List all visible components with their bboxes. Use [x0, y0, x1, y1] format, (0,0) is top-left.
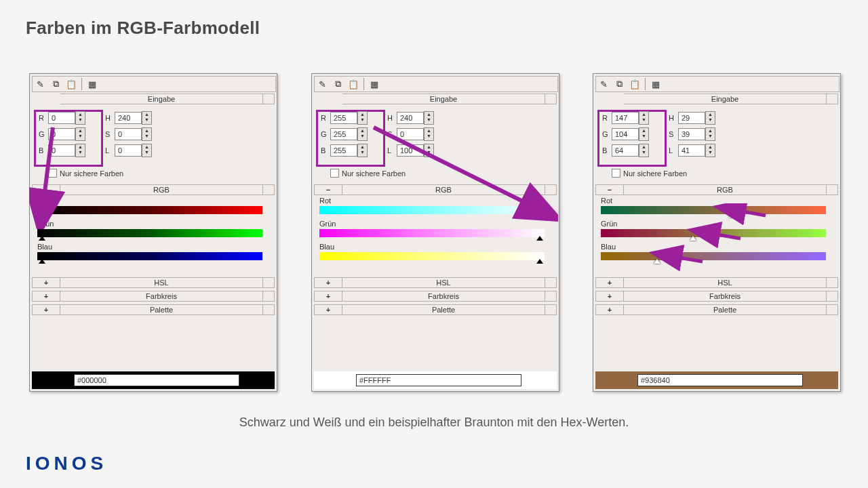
section-header-palette[interactable]: +Palette — [32, 304, 275, 315]
spinner-L[interactable]: ▲▼ — [424, 144, 434, 157]
swatch-grid-icon[interactable]: ▦ — [367, 77, 382, 91]
slider-red[interactable] — [601, 206, 826, 214]
spinner-B[interactable]: ▲▼ — [639, 144, 649, 157]
section-header-eingabe[interactable]: Eingabe — [32, 94, 275, 104]
color-picker-black: ✎ ⧉ 📋 ▦ Eingabe R 0 ▲▼ G 0 ▲▼ B 0 ▲▼ H 2… — [29, 73, 277, 392]
section-header-rgb[interactable]: −RGB — [595, 184, 838, 195]
page-title: Farben im RGB-Farbmodell — [26, 18, 260, 39]
slider-red[interactable] — [37, 206, 262, 214]
spinner-L[interactable]: ▲▼ — [142, 144, 152, 157]
ionos-logo: IONOS — [26, 453, 107, 474]
value-H[interactable]: 240 — [397, 112, 424, 124]
hex-field[interactable]: #FFFFFF — [356, 374, 521, 386]
section-header-eingabe[interactable]: Eingabe — [314, 94, 557, 104]
spinner-S[interactable]: ▲▼ — [142, 127, 152, 141]
section-header-farbkreis[interactable]: +Farbkreis — [32, 291, 275, 302]
color-swatch: #936840 — [595, 371, 838, 389]
value-G[interactable]: 0 — [48, 128, 75, 140]
value-L[interactable]: 41 — [678, 144, 705, 157]
swatch-grid-icon[interactable]: ▦ — [85, 77, 100, 91]
spinner-H[interactable]: ▲▼ — [424, 111, 434, 125]
value-H[interactable]: 240 — [115, 112, 142, 124]
value-R[interactable]: 147 — [612, 112, 639, 124]
value-L[interactable]: 100 — [397, 144, 424, 157]
toolbar: ✎ ⧉ 📋 ▦ — [32, 76, 276, 92]
spinner-G[interactable]: ▲▼ — [75, 127, 85, 141]
spinner-L[interactable]: ▲▼ — [705, 144, 715, 157]
value-S[interactable]: 0 — [397, 128, 424, 140]
slider-blue[interactable] — [319, 252, 545, 260]
slider-marker[interactable] — [536, 213, 543, 218]
slider-green[interactable] — [601, 229, 826, 237]
color-swatch: #000000 — [32, 371, 275, 389]
swatch-grid-icon[interactable]: ▦ — [648, 77, 663, 91]
slider-marker[interactable] — [39, 213, 45, 218]
slider-marker[interactable] — [690, 236, 696, 241]
copy-icon[interactable]: ⧉ — [330, 77, 345, 91]
slider-blue[interactable] — [601, 252, 826, 260]
slider-marker[interactable] — [536, 259, 543, 264]
paste-icon[interactable]: 📋 — [64, 77, 79, 91]
color-picker-brown: ✎ ⧉ 📋 ▦ Eingabe R 147 ▲▼ G 104 ▲▼ B 64 ▲… — [593, 73, 841, 392]
spinner-S[interactable]: ▲▼ — [424, 127, 434, 141]
color-picker-white: ✎ ⧉ 📋 ▦ Eingabe R 255 ▲▼ G 255 ▲▼ B 255 … — [311, 73, 559, 392]
paste-icon[interactable]: 📋 — [627, 77, 642, 91]
slider-marker[interactable] — [728, 213, 735, 218]
section-header-farbkreis[interactable]: +Farbkreis — [595, 291, 838, 302]
eyedropper-icon[interactable]: ✎ — [315, 77, 330, 91]
spinner-H[interactable]: ▲▼ — [705, 111, 715, 125]
slider-red[interactable] — [319, 206, 545, 214]
value-R[interactable]: 0 — [48, 112, 75, 124]
section-header-farbkreis[interactable]: +Farbkreis — [314, 291, 557, 302]
caption-text: Schwarz und Weiß und ein beispielhafter … — [0, 415, 868, 430]
section-header-hsl[interactable]: +HSL — [32, 277, 275, 288]
copy-icon[interactable]: ⧉ — [48, 77, 63, 91]
slider-blue[interactable] — [37, 252, 262, 260]
value-B[interactable]: 255 — [330, 144, 357, 157]
section-header-eingabe[interactable]: Eingabe — [595, 94, 838, 104]
value-G[interactable]: 255 — [330, 128, 357, 140]
slider-marker[interactable] — [39, 236, 45, 241]
toolbar: ✎ ⧉ 📋 ▦ — [595, 76, 840, 92]
spinner-G[interactable]: ▲▼ — [639, 127, 649, 141]
value-G[interactable]: 104 — [612, 128, 639, 140]
value-H[interactable]: 29 — [678, 112, 705, 124]
value-S[interactable]: 0 — [115, 128, 142, 140]
value-R[interactable]: 255 — [330, 112, 357, 124]
color-swatch: #FFFFFF — [314, 371, 557, 389]
paste-icon[interactable]: 📋 — [346, 77, 361, 91]
value-B[interactable]: 64 — [612, 144, 639, 157]
slider-marker[interactable] — [654, 259, 660, 264]
section-header-palette[interactable]: +Palette — [314, 304, 557, 315]
hex-field[interactable]: #000000 — [74, 374, 239, 386]
value-L[interactable]: 0 — [115, 144, 142, 157]
copy-icon[interactable]: ⧉ — [612, 77, 627, 91]
spinner-R[interactable]: ▲▼ — [639, 111, 649, 125]
hex-field[interactable]: #936840 — [637, 374, 803, 386]
section-header-hsl[interactable]: +HSL — [314, 277, 557, 288]
spinner-R[interactable]: ▲▼ — [357, 111, 368, 125]
slider-marker[interactable] — [536, 236, 543, 241]
slider-marker[interactable] — [39, 259, 45, 264]
spinner-G[interactable]: ▲▼ — [357, 127, 368, 141]
safe-colors-checkbox[interactable]: Nur sichere Farben — [612, 169, 687, 178]
safe-colors-checkbox[interactable]: Nur sichere Farben — [330, 169, 406, 178]
spinner-S[interactable]: ▲▼ — [705, 127, 715, 141]
section-header-hsl[interactable]: +HSL — [595, 277, 838, 288]
spinner-B[interactable]: ▲▼ — [75, 144, 85, 157]
eyedropper-icon[interactable]: ✎ — [596, 77, 611, 91]
value-S[interactable]: 39 — [678, 128, 705, 140]
section-header-rgb[interactable]: −RGB — [32, 184, 275, 195]
slider-green[interactable] — [37, 229, 262, 237]
eyedropper-icon[interactable]: ✎ — [33, 77, 47, 91]
section-header-palette[interactable]: +Palette — [595, 304, 838, 315]
value-B[interactable]: 0 — [48, 144, 75, 157]
safe-colors-checkbox[interactable]: Nur sichere Farben — [48, 169, 123, 178]
spinner-H[interactable]: ▲▼ — [142, 111, 152, 125]
spinner-B[interactable]: ▲▼ — [357, 144, 368, 157]
spinner-R[interactable]: ▲▼ — [75, 111, 85, 125]
section-header-rgb[interactable]: −RGB — [314, 184, 557, 195]
toolbar: ✎ ⧉ 📋 ▦ — [314, 76, 558, 92]
slider-green[interactable] — [319, 229, 545, 237]
